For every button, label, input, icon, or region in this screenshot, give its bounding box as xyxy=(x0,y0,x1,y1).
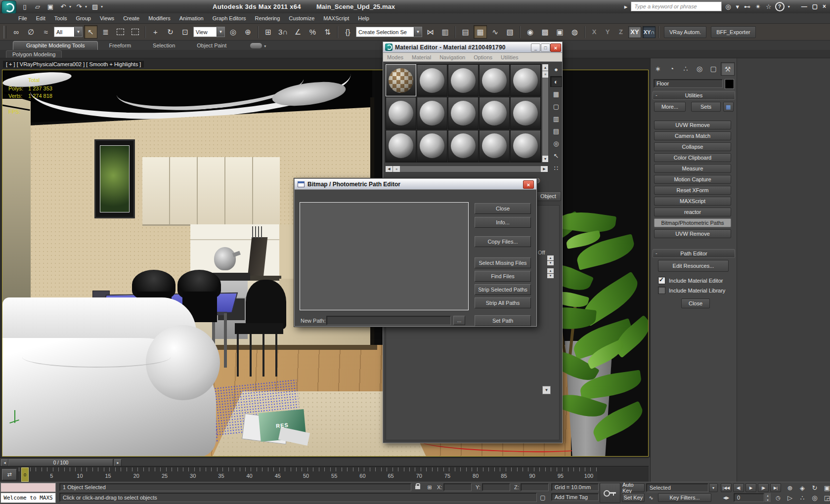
modify-tab-icon[interactable]: ◔ xyxy=(665,62,678,75)
path-list-box[interactable] xyxy=(300,202,469,310)
video-color-check-icon[interactable]: ▥ xyxy=(550,113,562,124)
me-menu-utilities[interactable]: Utilities xyxy=(501,54,518,60)
graphite-ribbon-toggle-icon[interactable]: ▦ xyxy=(474,25,487,39)
sample-uv-tiling-icon[interactable]: ▢ xyxy=(550,101,562,112)
walk-through-icon[interactable]: ∴ xyxy=(797,493,807,502)
select-by-material-icon[interactable]: ↖ xyxy=(550,150,562,161)
material-options-icon[interactable]: ◎ xyxy=(550,138,562,149)
dock-grip[interactable] xyxy=(3,26,6,39)
project-folder-icon[interactable]: ▨ xyxy=(90,1,100,11)
minimize-icon[interactable]: _ xyxy=(531,43,540,52)
orbit-subobject-icon[interactable]: ◎ xyxy=(810,493,820,502)
tab-object-paint[interactable]: Object Paint xyxy=(186,42,237,50)
keyboard-shortcut-override-icon[interactable]: ⊞ xyxy=(262,25,275,39)
material-sample-slot[interactable] xyxy=(448,64,479,96)
set-keys-button[interactable] xyxy=(600,483,620,503)
me-menu-modes[interactable]: Modes xyxy=(387,54,403,60)
minimize-button[interactable]: — xyxy=(801,3,807,10)
help-caret-icon[interactable]: ▾ xyxy=(788,4,790,9)
utility-button-reactor[interactable]: reactor xyxy=(654,208,731,216)
x-coord-field[interactable] xyxy=(443,483,472,491)
motion-tab-icon[interactable]: ◎ xyxy=(693,62,706,75)
material-sample-slot[interactable] xyxy=(479,64,510,96)
menu-maxscript[interactable]: MAXScript xyxy=(319,14,353,22)
material-sample-slot[interactable] xyxy=(417,97,447,129)
maxscript-mini-listener[interactable] xyxy=(0,483,56,492)
material-sample-slot[interactable] xyxy=(448,130,479,162)
curve-editor-icon[interactable]: ∿ xyxy=(488,25,502,39)
panel-scroll-down-icon[interactable]: ▼ xyxy=(542,386,551,394)
close-icon[interactable]: × xyxy=(550,43,561,52)
object-color-swatch[interactable] xyxy=(725,79,734,89)
path-editor-close-button[interactable]: Close xyxy=(681,298,710,308)
rendered-frame-window-icon[interactable]: ▣ xyxy=(553,25,567,39)
display-tab-icon[interactable]: ▢ xyxy=(707,62,720,75)
open-file-icon[interactable]: ▱ xyxy=(33,1,43,11)
utilities-rollout[interactable]: - Utilities xyxy=(653,91,735,100)
pan-icon[interactable]: ▷ xyxy=(785,493,795,502)
tab-selection[interactable]: Selection xyxy=(142,42,186,50)
orbit-icon[interactable]: ↻ xyxy=(810,483,820,492)
material-map-navigator-icon[interactable]: ∷ xyxy=(550,163,562,173)
selection-lock-icon[interactable] xyxy=(413,483,422,491)
scroll-thumb[interactable]: ≡ xyxy=(542,71,548,78)
set-path-button[interactable]: Set Path xyxy=(475,315,531,326)
frame-spinner[interactable]: ▴ ▾ xyxy=(765,493,771,502)
select-object-icon[interactable]: ↖ xyxy=(84,25,97,39)
me-menu-navigation[interactable]: Navigation xyxy=(439,54,465,60)
material-sample-slot[interactable] xyxy=(448,97,479,129)
axis-x-button[interactable]: X xyxy=(588,27,600,38)
menu-rendering[interactable]: Rendering xyxy=(251,14,285,22)
current-frame-field[interactable]: 0 xyxy=(734,493,764,502)
key-mode-toggle-icon[interactable]: ◀▶ xyxy=(721,493,732,502)
mirror-icon[interactable]: ⋈ xyxy=(424,25,437,39)
make-preview-icon[interactable]: ▤ xyxy=(550,126,562,136)
search-icon-caret[interactable]: ▾ xyxy=(736,3,740,10)
time-back-arrow[interactable]: ◂ xyxy=(1,459,8,466)
chevron-down-icon[interactable]: ▼ xyxy=(414,27,422,37)
material-sample-slot[interactable] xyxy=(479,130,510,162)
schematic-view-icon[interactable]: ▧ xyxy=(503,25,517,39)
absolute-mode-icon[interactable]: ⊞ xyxy=(425,483,434,491)
go-to-end-button[interactable]: ▶| xyxy=(770,483,781,492)
me-menu-material[interactable]: Material xyxy=(412,54,431,60)
path-editor-rollout[interactable]: - Path Editor xyxy=(653,249,735,258)
search-input[interactable]: Type a keyword or phrase xyxy=(631,1,722,11)
tab-graphite-modeling-tools[interactable]: Graphite Modeling Tools xyxy=(13,41,98,50)
select-missing-files-button[interactable]: Select Missing Files xyxy=(475,257,531,268)
utility-button-reset-xform[interactable]: Reset XForm xyxy=(654,186,731,195)
chevron-down-icon[interactable]: ▾ xyxy=(264,44,266,48)
dialog-close-button[interactable]: Close xyxy=(475,203,531,214)
new-path-input[interactable] xyxy=(326,316,451,325)
scroll-up-icon[interactable]: ▲ xyxy=(542,64,548,71)
pick-object-button[interactable]: Object xyxy=(535,191,561,201)
redo-icon-caret[interactable]: ▾ xyxy=(85,4,87,9)
ribbon-minimize-toggle[interactable] xyxy=(250,43,262,48)
bff-exporter-button[interactable]: BFF_Exporter xyxy=(711,26,755,38)
go-to-start-button[interactable]: |◀◀ xyxy=(721,483,732,492)
me-menu-options[interactable]: Options xyxy=(474,54,492,60)
select-and-link-icon[interactable]: ∞ xyxy=(9,25,23,39)
tab-polygon-modeling[interactable]: Polygon Modeling xyxy=(6,50,62,58)
object-name-field[interactable]: Floor xyxy=(654,79,723,88)
chevron-down-icon[interactable]: ▼ xyxy=(217,27,224,37)
rectangular-selection-icon[interactable] xyxy=(114,25,127,39)
help-icon[interactable]: ? xyxy=(775,2,785,11)
selection-filter-dropdown[interactable]: Selected xyxy=(646,483,708,492)
zoom-all-icon[interactable]: ◈ xyxy=(797,483,807,492)
menu-tools[interactable]: Tools xyxy=(50,14,72,22)
include-material-library-checkbox[interactable] xyxy=(658,287,665,294)
select-and-rotate-icon[interactable]: ↻ xyxy=(164,25,177,39)
strip-all-paths-button[interactable]: Strip All Paths xyxy=(475,297,531,308)
include-material-editor-checkbox[interactable] xyxy=(658,277,665,284)
material-sample-slot[interactable] xyxy=(386,130,416,162)
utilities-tab-icon[interactable]: ⚒ xyxy=(721,62,735,76)
sample-slots-scrollbar[interactable]: ▲ ≡ ▼ xyxy=(542,64,549,163)
strip-selected-paths-button[interactable]: Strip Selected Paths xyxy=(475,284,531,295)
previous-frame-button[interactable]: ◀| xyxy=(733,483,744,492)
utility-button-motion-capture[interactable]: Motion Capture xyxy=(654,175,731,184)
menu-group[interactable]: Group xyxy=(71,14,95,22)
utility-button-measure[interactable]: Measure xyxy=(654,164,731,173)
utility-button-camera-match[interactable]: Camera Match xyxy=(654,131,731,140)
material-sample-slot[interactable] xyxy=(479,97,510,129)
